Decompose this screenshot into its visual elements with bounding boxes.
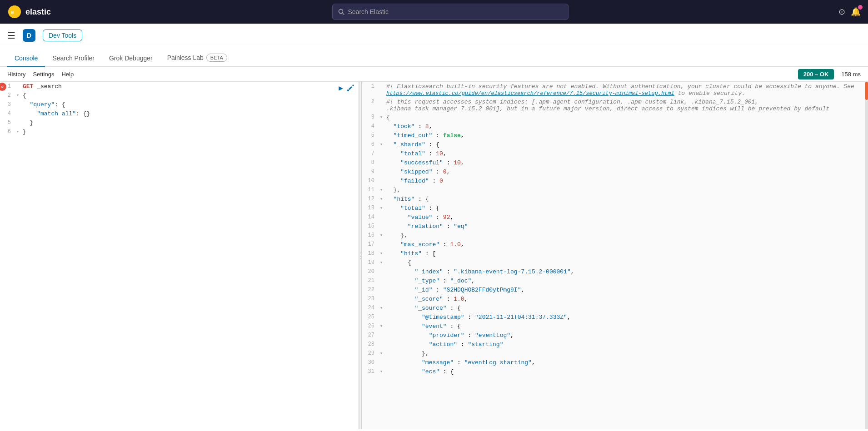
logo-area: e elastic: [7, 5, 62, 19]
svg-point-0: [8, 5, 21, 18]
search-placeholder: Search Elastic: [348, 8, 389, 15]
resp-line-6: 6 ▾ "_shards" : {: [362, 140, 868, 149]
right-panel[interactable]: 1 #! Elasticsearch built-in security fea…: [362, 82, 868, 429]
second-bar: ☰ D Dev Tools: [0, 24, 868, 47]
status-badge: 200 – OK: [798, 69, 834, 79]
tab-search-profiler[interactable]: Search Profiler: [45, 50, 102, 67]
logo-text: elastic: [25, 7, 51, 17]
resp-line-30: 30 "message" : "eventLog starting",: [362, 358, 868, 367]
svg-line-3: [342, 13, 344, 15]
svg-text:e: e: [11, 9, 14, 15]
resp-line-17: 17 "max_score" : 1.0,: [362, 240, 868, 249]
editor-line-1: 1 GET _search: [0, 82, 359, 91]
resp-line-7: 7 "total" : 10,: [362, 149, 868, 158]
notifications-icon[interactable]: 🔔: [851, 7, 861, 17]
resp-line-31: 31 ▾ "ecs" : {: [362, 367, 868, 376]
main-area: ▶ ✕ 1 GET _search 2 ▾ {: [0, 82, 868, 429]
help-circle-icon[interactable]: ⊙: [838, 7, 845, 17]
help-button[interactable]: Help: [61, 69, 74, 79]
top-bar: e elastic Search Elastic ⊙ 🔔: [0, 0, 868, 24]
toolbar-left: History Settings Help: [7, 69, 74, 79]
resp-line-12: 12 ▾ "hits" : {: [362, 194, 868, 203]
left-editor[interactable]: 1 GET _search 2 ▾ { 3 "query": { 4 "matc: [0, 82, 359, 429]
history-button[interactable]: History: [7, 69, 25, 79]
toolbar: History Settings Help 200 – OK 158 ms: [0, 67, 868, 82]
tab-console[interactable]: Console: [7, 50, 45, 67]
resp-line-5: 5 "timed_out" : false,: [362, 131, 868, 140]
dev-tools-button[interactable]: Dev Tools: [43, 30, 82, 41]
elastic-logo-icon: e: [7, 5, 22, 19]
resp-line-2: 2 #! this request accesses system indice…: [362, 97, 868, 113]
left-actions: ▶: [339, 84, 355, 94]
top-bar-right: ⊙ 🔔: [838, 7, 861, 17]
resp-line-10: 10 "failed" : 0: [362, 176, 868, 185]
resp-line-13: 13 ▾ "total" : {: [362, 203, 868, 213]
resp-line-18: 18 ▾ "hits" : [: [362, 249, 868, 258]
resp-line-1: 1 #! Elasticsearch built-in security fea…: [362, 82, 868, 97]
resp-line-25: 25 "@timestamp" : "2021-11-21T04:31:37.3…: [362, 312, 868, 322]
resp-line-24: 24 ▾ "_source" : {: [362, 303, 868, 312]
resp-line-20: 20 "_index" : ".kibana-event-log-7.15.2-…: [362, 267, 868, 276]
scrollbar-thumb[interactable]: [865, 82, 868, 100]
copy-curl-icon[interactable]: [347, 84, 355, 94]
hamburger-button[interactable]: ☰: [7, 30, 15, 41]
tab-grok-debugger[interactable]: Grok Debugger: [102, 50, 160, 67]
response-time: 158 ms: [841, 71, 861, 78]
resp-line-3: 3 ▾ {: [362, 113, 868, 122]
search-bar-container: Search Elastic: [67, 4, 833, 20]
resp-line-22: 22 "_id" : "S2HDQHOB2FFd0ytPmg9I",: [362, 285, 868, 294]
resp-line-29: 29 ▾ },: [362, 349, 868, 358]
resp-line-23: 23 "_score" : 1.0,: [362, 294, 868, 303]
editor-line-6: 6 ▾ }: [0, 127, 359, 136]
editor-line-5: 5 }: [0, 118, 359, 127]
svg-point-4: [347, 89, 349, 91]
wrench-icon: [347, 84, 355, 92]
resp-line-11: 11 ▾ },: [362, 185, 868, 194]
search-bar[interactable]: Search Elastic: [332, 4, 569, 20]
workspace-badge: D: [23, 29, 35, 42]
editor-line-2: 2 ▾ {: [0, 91, 359, 100]
left-panel: ▶ ✕ 1 GET _search 2 ▾ {: [0, 82, 359, 429]
resp-line-26: 26 ▾ "event" : {: [362, 322, 868, 331]
resp-line-19: 19 ▾ {: [362, 258, 868, 267]
tab-painless-lab[interactable]: Painless Lab BETA: [160, 49, 234, 67]
search-icon: [338, 9, 344, 15]
tab-bar: Console Search Profiler Grok Debugger Pa…: [0, 47, 868, 67]
resp-line-4: 4 "took" : 8,: [362, 122, 868, 131]
resp-line-27: 27 "provider" : "eventLog",: [362, 331, 868, 340]
beta-badge: BETA: [206, 54, 227, 62]
scrollbar-track: [865, 82, 868, 429]
settings-button[interactable]: Settings: [33, 69, 54, 79]
resp-line-15: 15 "relation" : "eq": [362, 222, 868, 231]
resp-line-28: 28 "action" : "starting": [362, 340, 868, 349]
resp-line-9: 9 "skipped" : 0,: [362, 167, 868, 176]
toolbar-right: 200 – OK 158 ms: [798, 69, 861, 79]
resp-line-14: 14 "value" : 92,: [362, 213, 868, 222]
resp-line-21: 21 "_type" : "_doc",: [362, 276, 868, 285]
resp-line-16: 16 ▾ },: [362, 231, 868, 240]
editor-line-4: 4 "match_all": {}: [0, 109, 359, 118]
run-icon[interactable]: ▶: [339, 84, 343, 94]
editor-line-3: 3 "query": {: [0, 100, 359, 109]
resp-line-8: 8 "successful" : 10,: [362, 158, 868, 167]
